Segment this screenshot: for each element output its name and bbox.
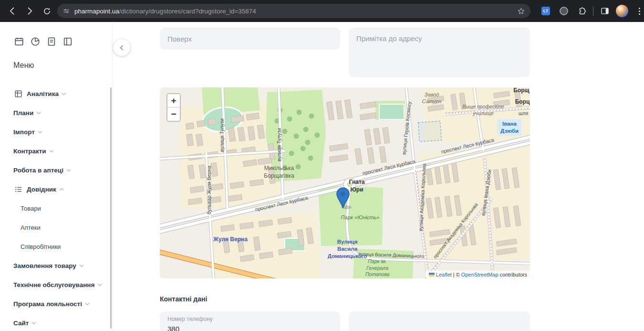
selected-area-outline: [418, 121, 442, 141]
chevron-down-icon: [85, 301, 89, 305]
document-icon[interactable]: [46, 36, 57, 47]
bookmark-star-icon[interactable]: [517, 7, 526, 16]
chevron-down-icon: [67, 167, 71, 171]
sidebar: Меню Аналітика Плани Імпорт Контракти Ро…: [0, 22, 113, 331]
lt-badge: LT: [541, 7, 550, 15]
screenshot-extension-icon[interactable]: [557, 4, 571, 18]
avatar: [616, 5, 628, 17]
sidebar-item-plans[interactable]: Плани: [0, 103, 113, 122]
extensions-button[interactable]: [575, 4, 589, 18]
sidebar-item-site[interactable]: Сайт: [0, 313, 113, 331]
sidebar-item-import[interactable]: Імпорт: [0, 122, 113, 141]
browser-window: pharmapoint.ua/dictionary/drugstores/car…: [0, 0, 644, 331]
phone-input-value: 380: [167, 325, 332, 331]
mobile-phone-input[interactable]: [349, 311, 530, 331]
url-text: pharmapoint.ua/dictionary/drugstores/car…: [74, 8, 517, 15]
puzzle-icon: [577, 6, 587, 16]
app-page: Меню Аналітика Плани Імпорт Контракти Ро…: [0, 22, 644, 331]
phone-input-label: Номер телефону: [167, 316, 332, 322]
side-panel-icon: [600, 6, 610, 16]
url-path: /dictionary/drugstores/card?drugstore_id…: [119, 8, 256, 15]
chevron-down-icon: [98, 282, 102, 286]
reload-button[interactable]: [40, 4, 53, 18]
sidebar-scrollbar[interactable]: [110, 87, 112, 329]
browser-menu-button[interactable]: [633, 4, 644, 18]
ukraine-flag-icon: [429, 273, 435, 277]
sidebar-subitem-employees[interactable]: Співробітники: [0, 237, 113, 256]
pie-chart-icon[interactable]: [30, 36, 41, 47]
map-zoom-control: + −: [166, 93, 181, 122]
kebab-menu-icon: [639, 8, 640, 15]
url-host: pharmapoint.ua: [74, 8, 119, 15]
floor-input[interactable]: [160, 28, 340, 50]
openstreetmap-link[interactable]: OpenStreetMap: [461, 272, 499, 278]
sidebar-subitem-goods[interactable]: Товари: [0, 199, 113, 218]
sidebar-item-maintenance[interactable]: Технічне обслуговування: [0, 275, 113, 294]
sidebar-item-label: Програма лояльності: [13, 300, 82, 308]
chevron-down-icon: [32, 320, 36, 324]
chevron-down-icon: [62, 91, 66, 95]
back-button[interactable]: [6, 4, 19, 18]
toolbar-divider: [593, 6, 593, 16]
sidebar-item-label: Плани: [13, 109, 33, 117]
forward-button[interactable]: [23, 4, 36, 18]
sidebar-item-goods-order[interactable]: Замовлення товару: [0, 256, 113, 275]
calendar-icon[interactable]: [13, 36, 25, 47]
sidebar-subitem-drugstores[interactable]: Аптеки: [0, 218, 113, 237]
sidebar-item-directory[interactable]: Довідник: [0, 180, 113, 199]
menu-title: Меню: [13, 61, 34, 70]
side-panel-button[interactable]: [598, 4, 612, 18]
contacts-heading: Контактні дані: [160, 295, 207, 303]
leaflet-link[interactable]: Leaflet: [436, 272, 452, 278]
sidebar-menu: Аналітика Плани Імпорт Контракти Робота …: [0, 84, 113, 331]
sidebar-item-contracts[interactable]: Контракти: [0, 141, 113, 160]
reload-icon: [42, 7, 52, 16]
sidebar-collapse-button[interactable]: [114, 39, 130, 56]
zoom-out-button[interactable]: −: [167, 107, 180, 121]
sidebar-item-label: Імпорт: [13, 128, 35, 136]
sidebar-item-analytics[interactable]: Аналітика: [0, 84, 113, 103]
sidebar-item-label: Робота в аптеці: [13, 167, 63, 174]
sidebar-item-loyalty[interactable]: Програма лояльності: [0, 294, 113, 313]
browser-toolbar: pharmapoint.ua/dictionary/drugstores/car…: [0, 0, 644, 22]
chevron-up-icon: [60, 188, 63, 192]
attribution-contributors: contributors: [500, 272, 527, 278]
sidebar-quick-icons: [13, 36, 73, 47]
chevron-down-icon: [38, 129, 42, 133]
sidebar-item-label: Замовлення товару: [13, 262, 76, 269]
sidebar-subitem-label: Аптеки: [21, 224, 41, 231]
address-note-input[interactable]: [349, 28, 530, 77]
book-icon[interactable]: [62, 36, 73, 47]
sidebar-item-label: Сайт: [13, 320, 29, 327]
chevron-down-icon: [37, 110, 41, 114]
phone-input[interactable]: Номер телефону 380: [160, 311, 340, 331]
url-bar[interactable]: pharmapoint.ua/dictionary/drugstores/car…: [57, 4, 530, 18]
languagetool-extension-icon[interactable]: LT: [539, 4, 552, 18]
forward-arrow-icon: [25, 6, 34, 16]
grid-icon: [13, 89, 23, 98]
sidebar-item-label: Довідник: [27, 186, 56, 193]
chevron-down-icon: [80, 263, 83, 267]
sidebar-subitem-label: Співробітники: [21, 243, 61, 250]
map-canvas[interactable]: [160, 87, 530, 278]
profile-avatar[interactable]: [615, 4, 629, 18]
camera-icon: [560, 7, 568, 15]
attribution-separator: | ©: [453, 272, 460, 278]
back-arrow-icon: [8, 6, 17, 16]
sidebar-subitem-label: Товари: [21, 205, 41, 212]
sidebar-item-pharmacy-work[interactable]: Робота в аптеці: [0, 160, 113, 180]
sidebar-item-label: Аналітика: [27, 90, 59, 97]
site-settings-icon[interactable]: [62, 7, 71, 15]
map[interactable]: МикільськаБорщагівка Парк «Юність» Жуля …: [160, 87, 530, 278]
chevron-left-icon: [120, 45, 125, 50]
list-icon: [13, 184, 23, 194]
sidebar-item-label: Технічне обслуговування: [13, 281, 94, 288]
zoom-in-button[interactable]: +: [167, 94, 180, 107]
sidebar-item-label: Контракти: [13, 148, 46, 155]
map-attribution: Leaflet | © OpenStreetMap contributors: [426, 271, 530, 278]
chevron-down-icon: [49, 148, 53, 152]
